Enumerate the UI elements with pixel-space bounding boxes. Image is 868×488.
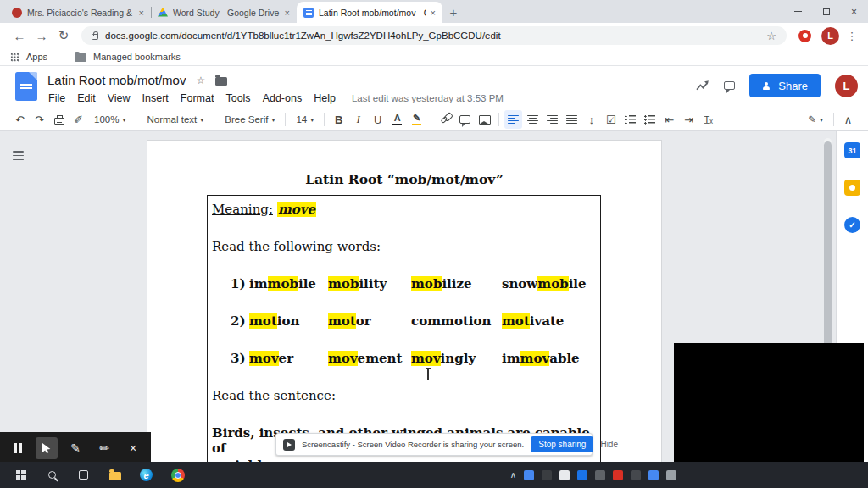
bulleted-list-icon[interactable] bbox=[621, 110, 639, 129]
word-row-1[interactable]: 1) immobile mobility mobilize snowmobile bbox=[212, 276, 593, 291]
menu-tools[interactable]: Tools bbox=[220, 91, 256, 106]
bookmark-star-icon[interactable]: ☆ bbox=[766, 30, 776, 42]
font-select[interactable]: Bree Serif▾ bbox=[220, 110, 280, 129]
styles-select[interactable]: Normal text▾ bbox=[142, 110, 209, 129]
font-size-select[interactable]: 14▾ bbox=[291, 110, 319, 129]
highlight-color-icon[interactable]: ✎ bbox=[408, 110, 426, 129]
read-sentence-line[interactable]: Read the sentence: bbox=[212, 388, 593, 403]
editing-mode-select[interactable]: ✎▾ bbox=[803, 110, 828, 129]
paint-format-icon[interactable]: ✐ bbox=[70, 110, 87, 129]
tray-icon-5[interactable] bbox=[595, 470, 605, 480]
reload-icon[interactable]: ↻ bbox=[53, 25, 75, 47]
start-button[interactable] bbox=[5, 462, 36, 488]
tray-icon-1[interactable] bbox=[524, 470, 534, 480]
show-outline-icon[interactable] bbox=[11, 148, 25, 163]
menu-insert[interactable]: Insert bbox=[136, 91, 175, 106]
tray-icon-6[interactable] bbox=[613, 470, 623, 480]
align-left-icon[interactable] bbox=[504, 110, 522, 129]
collapse-menus-icon[interactable]: ∧ bbox=[839, 110, 857, 129]
tray-icon-9[interactable] bbox=[666, 470, 676, 480]
browser-menu-icon[interactable]: ⋮ bbox=[844, 30, 860, 42]
tab-close-icon[interactable]: × bbox=[139, 8, 144, 18]
task-view-icon[interactable] bbox=[68, 462, 99, 488]
tray-icon-8[interactable] bbox=[648, 470, 659, 480]
menu-addons[interactable]: Add-ons bbox=[257, 91, 309, 106]
print-icon[interactable] bbox=[50, 110, 68, 129]
menu-edit[interactable]: Edit bbox=[71, 91, 102, 106]
align-center-icon[interactable] bbox=[524, 110, 542, 129]
menu-help[interactable]: Help bbox=[308, 91, 342, 106]
new-tab-button[interactable]: + bbox=[442, 2, 465, 23]
pen-tool-icon[interactable]: ✎ bbox=[64, 437, 86, 459]
close-toolbar-icon[interactable]: × bbox=[122, 437, 144, 459]
insert-link-icon[interactable] bbox=[437, 110, 454, 129]
undo-icon[interactable]: ↶ bbox=[11, 110, 29, 129]
word-row-2[interactable]: 2) motion motor commotion motivate bbox=[212, 313, 593, 329]
file-explorer-icon[interactable] bbox=[99, 462, 131, 488]
read-words-line[interactable]: Read the following words: bbox=[212, 239, 593, 254]
decrease-indent-icon[interactable]: ⇤ bbox=[660, 110, 678, 129]
move-to-folder-icon[interactable] bbox=[215, 77, 227, 86]
account-avatar[interactable]: L bbox=[835, 75, 858, 97]
increase-indent-icon[interactable]: ⇥ bbox=[680, 110, 698, 129]
tray-expand-icon[interactable]: ∧ bbox=[510, 470, 516, 480]
underline-icon[interactable]: U bbox=[369, 110, 387, 129]
marker-tool-icon[interactable]: ✏ bbox=[93, 437, 115, 459]
doc-title-line[interactable]: Latin Root “mob/mot/mov” bbox=[147, 171, 661, 187]
checklist-icon[interactable]: ☑ bbox=[602, 110, 620, 129]
last-edit-link[interactable]: Last edit was yesterday at 3:53 PM bbox=[352, 93, 504, 103]
managed-bookmarks-label[interactable]: Managed bookmarks bbox=[93, 52, 181, 62]
bookmarks-folder-icon[interactable] bbox=[75, 53, 86, 62]
redo-icon[interactable]: ↷ bbox=[31, 110, 48, 129]
italic-icon[interactable]: I bbox=[349, 110, 367, 129]
text-color-icon[interactable]: A bbox=[388, 110, 406, 129]
add-comment-icon[interactable] bbox=[456, 110, 474, 129]
tray-icon-2[interactable] bbox=[542, 470, 552, 480]
word-row-3[interactable]: 3) mover movement movingly immovable bbox=[212, 351, 593, 366]
pause-recording-icon[interactable] bbox=[7, 437, 29, 459]
calendar-icon[interactable]: 31 bbox=[844, 142, 860, 158]
line-spacing-icon[interactable]: ↕ bbox=[582, 110, 600, 129]
chrome-icon[interactable] bbox=[162, 462, 193, 488]
tray-icon-3[interactable] bbox=[559, 470, 570, 480]
document-title[interactable]: Latin Root mob/mot/mov bbox=[47, 73, 186, 87]
star-document-icon[interactable]: ☆ bbox=[196, 75, 205, 86]
tab-close-icon[interactable]: × bbox=[431, 8, 436, 18]
search-icon[interactable] bbox=[36, 462, 68, 488]
align-justify-icon[interactable] bbox=[563, 110, 581, 129]
tray-icon-4[interactable] bbox=[577, 470, 587, 480]
window-minimize-button[interactable] bbox=[784, 0, 812, 23]
meaning-line[interactable]: Meaning:move bbox=[212, 202, 593, 217]
apps-label[interactable]: Apps bbox=[26, 52, 47, 62]
align-right-icon[interactable] bbox=[543, 110, 561, 129]
tray-icon-7[interactable] bbox=[631, 470, 641, 480]
keep-icon[interactable] bbox=[844, 180, 860, 196]
select-tool-icon[interactable] bbox=[36, 437, 58, 459]
url-text[interactable]: docs.google.com/document/d/1YTb8blluc1tr… bbox=[105, 30, 760, 41]
menu-file[interactable]: File bbox=[42, 91, 71, 106]
sentence-line-2[interactable]: aerial loc bbox=[212, 456, 593, 462]
comment-history-icon[interactable] bbox=[724, 81, 735, 90]
tasks-icon[interactable]: ✓ bbox=[844, 217, 860, 233]
document-page[interactable]: Latin Root “mob/mot/mov” Meaning:move Re… bbox=[147, 140, 662, 462]
omnibox[interactable]: docs.google.com/document/d/1YTb8blluc1tr… bbox=[81, 26, 787, 45]
menu-format[interactable]: Format bbox=[175, 91, 220, 106]
insert-image-icon[interactable] bbox=[476, 110, 493, 129]
bold-icon[interactable]: B bbox=[330, 110, 348, 129]
hide-share-bar-link[interactable]: Hide bbox=[600, 440, 618, 449]
browser-tab-1[interactable]: Mrs. Piciaccio's Reading & Langua × bbox=[5, 2, 151, 23]
window-close-button[interactable]: × bbox=[840, 0, 868, 23]
browser-avatar[interactable]: L bbox=[821, 27, 839, 45]
scrollbar-thumb[interactable] bbox=[824, 141, 832, 360]
apps-grid-icon[interactable] bbox=[10, 53, 19, 62]
window-maximize-button[interactable] bbox=[812, 0, 840, 23]
tab-close-icon[interactable]: × bbox=[285, 8, 290, 18]
numbered-list-icon[interactable] bbox=[641, 110, 659, 129]
clear-formatting-icon[interactable]: T̲ₓ bbox=[699, 110, 717, 129]
browser-tab-2[interactable]: Word Study - Google Drive × bbox=[151, 2, 297, 23]
activity-dashboard-icon[interactable] bbox=[696, 80, 709, 92]
extension-icon[interactable] bbox=[798, 30, 811, 42]
menu-view[interactable]: View bbox=[102, 91, 136, 106]
share-button[interactable]: Share bbox=[749, 74, 821, 97]
edge-icon[interactable]: e bbox=[131, 462, 162, 488]
